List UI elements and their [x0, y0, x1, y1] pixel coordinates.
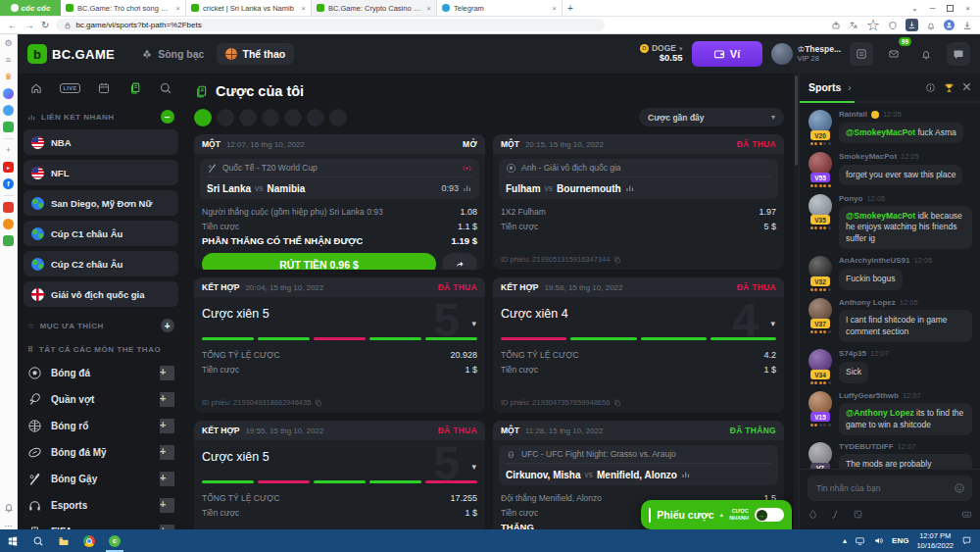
expand-sport-button[interactable]: +: [160, 472, 174, 486]
filter-pill[interactable]: [307, 109, 324, 126]
expand-sport-button[interactable]: +: [160, 392, 174, 407]
calendar-icon[interactable]: [97, 81, 111, 95]
action-center-icon[interactable]: [961, 535, 972, 546]
mention[interactable]: @SmokeyMacPot: [846, 211, 917, 221]
chat-username[interactable]: SmokeyMacPot: [839, 152, 897, 161]
sport-row[interactable]: Bóng đá +: [24, 360, 178, 386]
sport-row[interactable]: Esports +: [24, 492, 178, 519]
tab-close-icon[interactable]: ×: [552, 4, 557, 13]
settings-icon[interactable]: ⚙: [3, 38, 14, 49]
collapse-button[interactable]: −: [161, 110, 174, 124]
tray-expand-icon[interactable]: ▴: [843, 536, 847, 545]
stats-icon[interactable]: [681, 470, 691, 479]
trophy-icon[interactable]: [944, 82, 955, 93]
quick-link-item[interactable]: NFL: [24, 160, 178, 185]
chevron-down-icon[interactable]: ▾: [471, 462, 476, 472]
my-bets-icon[interactable]: [128, 81, 142, 95]
games-icon[interactable]: [3, 122, 14, 132]
betslip-button[interactable]: Phiếu cược ▴ CƯỢCNHANH →: [641, 500, 792, 529]
language-indicator[interactable]: ENG: [892, 536, 908, 545]
cashout-button[interactable]: RÚT TIỀN 0.96 $: [202, 253, 436, 270]
downloads-icon[interactable]: [962, 21, 972, 30]
filter-pill[interactable]: [194, 109, 212, 126]
copy-icon[interactable]: [613, 256, 621, 264]
add-favorite-button[interactable]: +: [161, 319, 174, 332]
filter-pill[interactable]: [329, 109, 347, 126]
translate-icon[interactable]: [849, 21, 858, 30]
chat-toggle-button[interactable]: [947, 42, 970, 66]
expand-sport-button[interactable]: +: [160, 498, 174, 513]
filter-pill[interactable]: [262, 109, 279, 126]
bet-card[interactable]: MỘT 20:15, 15 thg 10, 2022 ĐÃ THUA Anh -…: [493, 134, 784, 270]
filter-pill[interactable]: [284, 109, 302, 126]
bet-card[interactable]: KẾT HỢP 19:58, 15 thg 10, 2022 ĐÃ THUA C…: [493, 277, 784, 413]
profile-avatar-icon[interactable]: [944, 20, 955, 30]
bookmark-star-icon[interactable]: ☆: [866, 16, 880, 34]
crown-icon[interactable]: ♛: [3, 72, 14, 82]
tab-close-icon[interactable]: ×: [301, 4, 306, 13]
facebook-icon[interactable]: f: [3, 178, 14, 189]
twitter-icon[interactable]: [3, 105, 14, 116]
add-shortcut-icon[interactable]: +: [3, 145, 14, 156]
live-icon[interactable]: LIVE: [60, 83, 79, 93]
taskbar-search-button[interactable]: [25, 529, 51, 552]
alarm-shortcut-icon[interactable]: [3, 219, 14, 229]
scrollbar-thumb[interactable]: [795, 75, 798, 166]
tab-close-icon[interactable]: ×: [426, 4, 431, 13]
chrome-button[interactable]: [76, 529, 102, 552]
combo-header[interactable]: Cược xiên 5 5 ▾: [194, 440, 485, 467]
bell-icon[interactable]: [3, 501, 15, 513]
browser-tab[interactable]: Telegram ×: [437, 0, 563, 16]
chat-username[interactable]: AnArchyintheUS91: [839, 256, 909, 265]
search-icon[interactable]: [159, 81, 172, 95]
new-tab-button[interactable]: +: [563, 0, 578, 16]
sale-shortcut-icon[interactable]: [3, 202, 14, 213]
minimize-button[interactable]: ─: [930, 4, 936, 13]
bet-card[interactable]: KẾT HỢP 19:55, 15 thg 10, 2022 ĐÃ THUA C…: [194, 421, 485, 529]
slash-command-icon[interactable]: [830, 509, 841, 520]
chat-username[interactable]: S74p35: [839, 349, 866, 358]
copy-icon[interactable]: [613, 399, 621, 407]
youtube-icon[interactable]: ▸: [3, 162, 14, 173]
balance-display[interactable]: D DOGE ▾ $0.55: [640, 44, 683, 64]
coccoc-button[interactable]: c: [102, 529, 127, 552]
keyboard-icon[interactable]: [961, 509, 972, 520]
combo-header[interactable]: Cược xiên 5 5 ▾: [194, 297, 485, 324]
maximize-button[interactable]: [947, 5, 954, 12]
chevron-down-icon[interactable]: ▾: [471, 319, 476, 328]
url-field[interactable]: bc.game/vi/sports?bt-path=%2Fbets: [56, 19, 605, 31]
quick-link-item[interactable]: Cúp C2 châu Âu: [24, 251, 178, 276]
chevron-right-icon[interactable]: ›: [848, 82, 851, 93]
tab-search-icon[interactable]: ⌄: [911, 4, 918, 13]
volume-icon[interactable]: [873, 535, 884, 546]
bcgame-logo[interactable]: b BC.GAME: [27, 44, 115, 64]
stats-icon[interactable]: [463, 183, 472, 193]
share-bet-button[interactable]: [442, 253, 477, 270]
match-panel[interactable]: Quốc Tế - T20 World Cup Sri Lanka vs Nam…: [200, 159, 479, 199]
inbox-button[interactable]: 99: [882, 42, 906, 66]
quick-link-item[interactable]: Giải vô địch quốc gia: [24, 281, 178, 307]
nav-sports[interactable]: Thể thao: [217, 43, 294, 65]
expand-sport-button[interactable]: +: [160, 419, 174, 433]
info-icon[interactable]: [925, 82, 936, 93]
chat-username[interactable]: Rainfall: [839, 110, 867, 119]
quick-link-item[interactable]: San Diego, Mỹ Đơn Nữ: [24, 190, 178, 216]
back-button[interactable]: ←: [8, 21, 18, 30]
rain-tip-icon[interactable]: [808, 509, 818, 520]
chat-username[interactable]: Ponyo: [839, 194, 862, 203]
browser-tab[interactable]: cricket | Sri Lanka vs Namib ×: [186, 0, 312, 16]
network-icon[interactable]: [855, 535, 865, 546]
alerts-button[interactable]: [914, 42, 938, 66]
filter-pill[interactable]: [239, 109, 257, 126]
chevron-down-icon[interactable]: ▾: [770, 319, 775, 328]
transactions-button[interactable]: [850, 42, 873, 66]
close-chat-icon[interactable]: ×: [962, 78, 971, 96]
user-profile[interactable]: ♔Thespe... VIP 28: [771, 43, 841, 65]
mention[interactable]: @SmokeyMacPot: [846, 127, 917, 137]
copy-icon[interactable]: [315, 399, 322, 407]
bet-card[interactable]: MỘT 12:07, 16 thg 10, 2022 MỞ Quốc Tế - …: [194, 134, 485, 270]
chat-username[interactable]: Anthony Lopez: [839, 298, 896, 307]
home-icon[interactable]: [29, 81, 43, 95]
filter-pill[interactable]: [217, 109, 234, 126]
tab-close-icon[interactable]: ×: [175, 4, 180, 13]
